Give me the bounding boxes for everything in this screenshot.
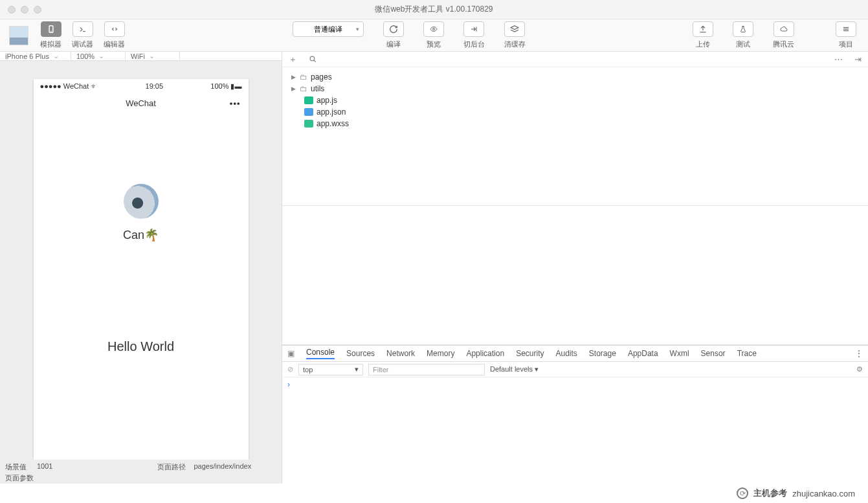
- switch-icon: [463, 21, 484, 37]
- file-app-wxss[interactable]: app.wxss: [291, 118, 868, 129]
- tab-security[interactable]: Security: [516, 349, 544, 358]
- console-prompt: ›: [287, 380, 290, 389]
- tab-network[interactable]: Network: [386, 349, 415, 358]
- debugger-toggle[interactable]: 调试器: [67, 21, 98, 49]
- toolbar-right: 上传 测试 腾讯云 项目: [687, 21, 862, 49]
- menu-icon: [836, 21, 856, 37]
- svg-line-11: [314, 60, 316, 62]
- minimize-icon[interactable]: [21, 6, 28, 14]
- phone-frame: ●●●●● WeChat ᯤ 19:05 100% ▮▬ WeChat ••• …: [34, 79, 249, 460]
- wifi-icon: ᯤ: [91, 82, 98, 90]
- log-level-select[interactable]: Default levels ▾: [490, 365, 539, 374]
- window-controls: [0, 6, 41, 14]
- tab-sensor[interactable]: Sensor: [701, 349, 726, 358]
- upload-button[interactable]: 上传: [687, 21, 718, 49]
- battery-icon: ▮▬: [230, 82, 241, 91]
- project-menu-button[interactable]: 项目: [830, 21, 862, 49]
- tab-sources[interactable]: Sources: [346, 349, 375, 358]
- collapse-tree-icon[interactable]: ⇥: [854, 54, 862, 64]
- search-icon[interactable]: [309, 55, 317, 63]
- svg-point-3: [432, 28, 434, 30]
- debug-icon: [72, 21, 93, 37]
- tab-storage[interactable]: Storage: [589, 349, 616, 358]
- tencent-cloud-button[interactable]: 腾讯云: [768, 21, 799, 49]
- simulator-footer: 场景值 1001 页面路径 pages/index/index 页面参数: [0, 460, 282, 486]
- preview-button[interactable]: 预览: [418, 21, 449, 49]
- more-options-icon[interactable]: ⋯: [834, 54, 843, 64]
- refresh-icon: [383, 21, 404, 37]
- editor-area: [282, 206, 868, 345]
- account-avatar[interactable]: [9, 26, 28, 45]
- window-title: 微信web开发者工具 v1.00.170829: [375, 4, 493, 15]
- clear-cache-button[interactable]: 清缓存: [499, 21, 531, 49]
- svg-point-10: [310, 56, 315, 61]
- upload-icon: [693, 21, 713, 37]
- test-button[interactable]: 测试: [728, 21, 759, 49]
- tab-appdata[interactable]: AppData: [628, 349, 658, 358]
- simulator-panel: iPhone 6 Plus 100% WiFi ●●●●● WeChat ᯤ 1…: [0, 52, 282, 484]
- network-select[interactable]: WiFi: [126, 52, 180, 60]
- user-name: Can🌴: [123, 228, 159, 242]
- folder-utils[interactable]: ▶🗀utils: [291, 83, 868, 95]
- background-button[interactable]: 切后台: [458, 21, 490, 49]
- tab-console[interactable]: Console: [306, 348, 335, 359]
- simulator-config-bar: iPhone 6 Plus 100% WiFi: [0, 52, 282, 61]
- zoom-select[interactable]: 100%: [71, 52, 126, 60]
- phone-content[interactable]: Can🌴 Hello World: [34, 113, 249, 460]
- main-toolbar: 模拟器 调试器 编辑器 普通编译 编译 预览 切后台 清缓存: [0, 19, 868, 52]
- folder-icon: 🗀: [300, 73, 307, 82]
- console-output[interactable]: ›: [282, 377, 868, 484]
- gear-icon[interactable]: ⚙: [856, 365, 863, 374]
- stack-icon: [504, 21, 525, 37]
- phone-icon: [41, 21, 61, 37]
- code-icon: [104, 21, 125, 37]
- svg-marker-6: [511, 26, 518, 30]
- context-select[interactable]: top▾: [298, 364, 363, 375]
- editor-toggle[interactable]: 编辑器: [98, 21, 130, 49]
- js-file-icon: [304, 96, 313, 104]
- devtools-more-icon[interactable]: ⋮: [855, 349, 863, 358]
- signal-icon: ●●●●●: [40, 82, 61, 90]
- tab-trace[interactable]: Trace: [737, 349, 757, 358]
- inspect-icon[interactable]: ▣: [287, 349, 295, 358]
- nav-title: WeChat: [126, 98, 156, 108]
- phone-nav-bar: WeChat •••: [34, 93, 249, 113]
- tab-audits[interactable]: Audits: [556, 349, 577, 358]
- file-app-js[interactable]: app.js: [291, 95, 868, 106]
- file-app-json[interactable]: app.json: [291, 106, 868, 118]
- file-tree-toolbar: ＋ ⋯ ⇥: [282, 52, 868, 67]
- flask-icon: [733, 21, 753, 37]
- add-file-button[interactable]: ＋: [289, 54, 297, 65]
- watermark-logo-icon: ⟳: [737, 487, 748, 499]
- filter-input[interactable]: Filter: [368, 364, 485, 375]
- compile-button[interactable]: 编译: [378, 21, 409, 49]
- devtools-tabs: ▣ Console Sources Network Memory Applica…: [282, 345, 868, 362]
- status-time: 19:05: [146, 82, 164, 90]
- clear-console-icon[interactable]: ⊘: [287, 365, 293, 374]
- toolbar-center: 普通编译 编译 预览 切后台 清缓存: [130, 21, 687, 49]
- more-icon[interactable]: •••: [230, 98, 241, 108]
- tab-wxml[interactable]: Wxml: [670, 349, 689, 358]
- view-toggle-group: 模拟器 调试器 编辑器: [35, 21, 130, 49]
- user-avatar[interactable]: [124, 184, 159, 219]
- console-filter-bar: ⊘ top▾ Filter Default levels ▾ ⚙: [282, 362, 868, 377]
- tab-application[interactable]: Application: [466, 349, 504, 358]
- page-footer-watermark: ⟳ 主机参考 zhujicankao.com: [0, 484, 868, 503]
- eye-icon: [423, 21, 444, 37]
- simulator-toggle[interactable]: 模拟器: [35, 21, 67, 49]
- json-file-icon: [304, 108, 313, 116]
- folder-pages[interactable]: ▶🗀pages: [291, 71, 868, 83]
- title-bar: 微信web开发者工具 v1.00.170829: [0, 0, 868, 19]
- folder-icon: 🗀: [300, 84, 307, 93]
- hello-text: Hello World: [107, 339, 174, 354]
- tab-memory[interactable]: Memory: [427, 349, 454, 358]
- zoom-icon[interactable]: [34, 6, 41, 14]
- devtools-panel: ▣ Console Sources Network Memory Applica…: [282, 345, 868, 484]
- file-tree: ▶🗀pages ▶🗀utils app.js app.json app.wxss: [282, 67, 868, 206]
- phone-status-bar: ●●●●● WeChat ᯤ 19:05 100% ▮▬: [34, 79, 249, 93]
- cloud-icon: [773, 21, 794, 37]
- compile-mode-select[interactable]: 普通编译: [287, 21, 369, 37]
- device-select[interactable]: iPhone 6 Plus: [0, 52, 71, 60]
- wxss-file-icon: [304, 120, 313, 128]
- close-icon[interactable]: [8, 6, 16, 14]
